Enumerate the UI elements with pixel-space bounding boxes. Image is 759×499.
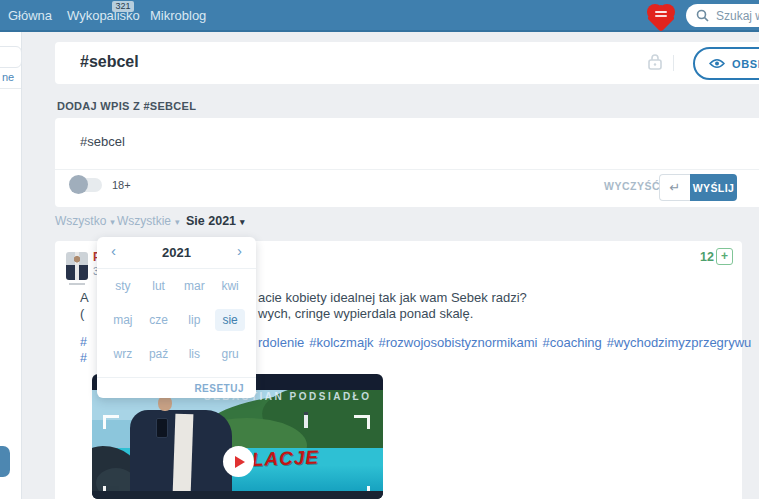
avatar-underline — [69, 283, 85, 285]
tag-header-card: #sebcel OBSERWUJ — [55, 42, 759, 84]
compose-divider — [55, 169, 759, 170]
tag-link[interactable]: #kolczmajk — [309, 335, 373, 350]
filter-scope-dropdown[interactable]: Wszystkie▾ — [117, 214, 180, 228]
chevron-down-icon: ▾ — [240, 217, 245, 227]
thumbnail-person-shirt — [173, 414, 194, 491]
month-cell-maj[interactable]: maj — [105, 303, 141, 337]
play-button[interactable] — [223, 446, 254, 477]
search-input[interactable]: Szukaj w — [686, 4, 759, 27]
compose-input[interactable]: #sebcel — [80, 134, 740, 154]
tag-link-fragment[interactable]: # — [80, 351, 87, 365]
thumbnail-lighthouse — [304, 412, 308, 428]
plus-vote-button[interactable]: + — [716, 248, 733, 265]
adult-toggle-label: 18+ — [112, 179, 131, 191]
month-label: cze — [142, 309, 175, 331]
month-cell-sty[interactable]: sty — [105, 269, 141, 303]
month-label: paź — [142, 343, 175, 365]
post-score: 12 — [700, 250, 714, 264]
header-separator — [673, 55, 674, 71]
month-label: lut — [145, 275, 172, 297]
send-button-group: ↵ WYŚLIJ — [659, 174, 737, 201]
heart-text-scribble — [655, 11, 667, 13]
month-cell-lis[interactable]: lis — [177, 337, 213, 371]
month-label: sty — [108, 275, 137, 297]
enter-icon: ↵ — [670, 180, 681, 195]
next-year-button[interactable]: › — [237, 242, 242, 259]
filter-type-dropdown[interactable]: Wszystko▾ — [55, 214, 115, 228]
thumbnail-person — [130, 410, 232, 491]
month-cell-lip[interactable]: lip — [177, 303, 213, 337]
month-picker-header: ‹ 2021 › — [97, 237, 256, 269]
month-label: sie — [215, 309, 244, 331]
month-cell-gru[interactable]: gru — [212, 337, 248, 371]
observe-tag-button[interactable]: OBSERWUJ — [693, 47, 759, 80]
wykop-tag-page: Główna Wykopalisko 321 Mikroblog Szukaj … — [0, 0, 759, 499]
month-picker-popup: ‹ 2021 › sty lut mar kwi maj cze lip sie… — [97, 237, 256, 398]
search-icon — [696, 9, 709, 22]
month-label: mar — [177, 275, 212, 297]
nav-item-mikroblog[interactable]: Mikroblog — [150, 8, 206, 23]
tag-link[interactable]: #coaching — [543, 335, 602, 350]
month-label: maj — [106, 309, 139, 331]
video-bottom-bar — [92, 491, 383, 499]
chevron-down-icon: ▾ — [110, 217, 115, 227]
month-label: lip — [181, 309, 207, 331]
sidebar-cut-link[interactable]: ne — [2, 71, 14, 83]
month-cell-paz[interactable]: paź — [141, 337, 177, 371]
sidebar-divider — [0, 88, 21, 89]
plus-icon: + — [721, 250, 728, 262]
enter-shortcut-button[interactable]: ↵ — [659, 174, 690, 201]
month-label: wrz — [107, 343, 140, 365]
post-text-fragment: A — [80, 290, 89, 305]
play-icon — [235, 456, 245, 468]
sidebar-cut-button[interactable] — [0, 46, 22, 68]
left-sidebar-sliver: ne — [0, 32, 22, 499]
clear-button[interactable]: WYCZYŚĆ — [604, 180, 660, 192]
viewfinder-bracket — [354, 415, 370, 429]
month-cell-wrz[interactable]: wrz — [105, 337, 141, 371]
avatar[interactable] — [66, 252, 88, 280]
lock-icon[interactable] — [648, 53, 662, 71]
page-title: #sebcel — [80, 53, 139, 71]
adult-content-toggle[interactable] — [72, 178, 102, 192]
month-cell-kwi[interactable]: kwi — [212, 269, 248, 303]
wosp-heart-logo[interactable] — [647, 3, 675, 28]
search-placeholder: Szukaj w — [716, 9, 759, 23]
year-label: 2021 — [97, 245, 256, 260]
tag-links-row: rdolenie #kolczmajk #rozwojosobistyznorm… — [258, 335, 751, 350]
viewfinder-bracket — [103, 415, 119, 429]
tag-link[interactable]: #rozwojosobistyznormikami — [379, 335, 538, 350]
month-grid: sty lut mar kwi maj cze lip sie wrz paź … — [105, 269, 248, 371]
month-cell-sie-selected[interactable]: sie — [212, 303, 248, 337]
month-cell-mar[interactable]: mar — [177, 269, 213, 303]
compose-card: #sebcel 18+ WYCZYŚĆ ↵ WYŚLIJ — [55, 118, 759, 207]
tag-link[interactable]: rdolenie — [258, 335, 304, 350]
month-label: gru — [214, 343, 245, 365]
reset-button[interactable]: RESETUJ — [194, 383, 244, 394]
observe-button-label: OBSERWUJ — [732, 58, 759, 70]
month-label: lis — [182, 343, 207, 365]
compose-section-label: DODAJ WPIS Z #SEBCEL — [57, 100, 196, 112]
chevron-down-icon: ▾ — [175, 217, 180, 227]
thumbnail-phone — [156, 418, 168, 438]
month-cell-lut[interactable]: lut — [141, 269, 177, 303]
eye-icon — [709, 58, 725, 69]
tag-link-fragment[interactable]: # — [80, 335, 87, 349]
toggle-knob — [69, 175, 88, 194]
month-label: kwi — [214, 275, 245, 297]
send-button[interactable]: WYŚLIJ — [690, 174, 737, 201]
top-navigation-bar: Główna Wykopalisko 321 Mikroblog Szukaj … — [0, 0, 759, 32]
sidebar-blue-button[interactable] — [0, 446, 10, 477]
tag-link[interactable]: #wychodzimyzprzegrywu — [607, 335, 752, 350]
nav-item-glowna[interactable]: Główna — [8, 8, 52, 23]
post-text-fragment: ( — [80, 306, 84, 321]
filter-scope-label: Wszystkie — [117, 214, 171, 228]
filter-type-label: Wszystko — [55, 214, 106, 228]
post-text-fragment: wych, cringe wypierdala ponad skalę. — [258, 306, 473, 321]
filter-period-label: Sie 2021 — [186, 214, 236, 228]
month-cell-cze[interactable]: cze — [141, 303, 177, 337]
filter-period-dropdown[interactable]: Sie 2021▾ — [186, 214, 245, 228]
post-text-fragment: acie kobiety idealnej tak jak wam Sebek … — [258, 290, 527, 305]
wykopalisko-count-badge: 321 — [112, 1, 134, 12]
month-picker-footer: RESETUJ — [97, 377, 256, 398]
